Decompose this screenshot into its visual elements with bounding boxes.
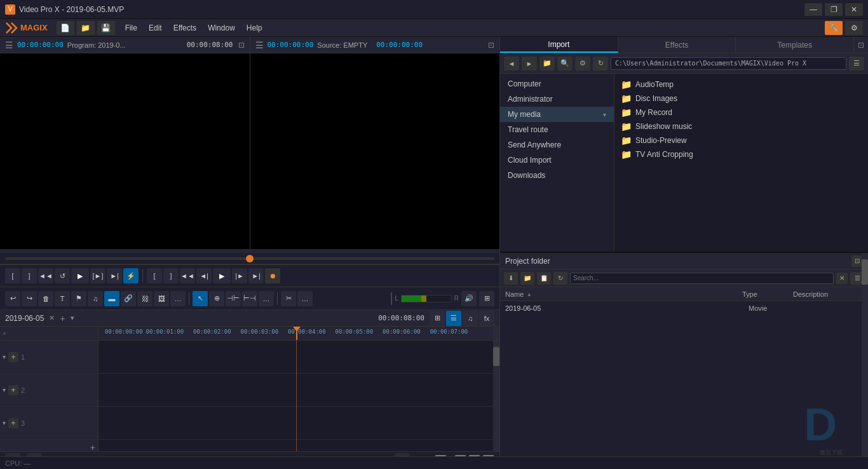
folder-disc-images[interactable]: 📁 Disc Images xyxy=(618,92,864,105)
back-button[interactable]: ◄ xyxy=(504,57,519,71)
track-3-add[interactable]: + xyxy=(8,418,18,428)
timeline-view-button[interactable]: ☰ xyxy=(446,311,461,326)
tab-import[interactable]: Import xyxy=(500,37,618,53)
new-folder-button[interactable]: 📁 xyxy=(539,57,555,71)
menu-file[interactable]: File xyxy=(120,22,142,34)
src-mark-out-button[interactable]: ] xyxy=(163,268,179,283)
src-end-button[interactable]: ►| xyxy=(248,268,264,283)
track-tab-close-icon[interactable]: ✕ xyxy=(49,314,55,322)
track-1-collapse[interactable]: ▾ xyxy=(3,353,6,360)
minimize-button[interactable]: — xyxy=(804,3,822,16)
menu-window[interactable]: Window xyxy=(203,22,240,34)
source-maximize-icon[interactable]: ⊡ xyxy=(488,41,494,50)
project-search-input[interactable] xyxy=(570,273,834,284)
play-range-button[interactable]: [►] xyxy=(90,268,105,283)
undo-button[interactable]: ↩ xyxy=(5,291,20,306)
list-view-button[interactable]: ☰ xyxy=(849,57,864,71)
nav-downloads[interactable]: Downloads xyxy=(500,168,614,183)
select-tool-button[interactable]: ↖ xyxy=(193,291,208,306)
folder-tv-anti-cropping[interactable]: 📁 TV Anti Cropping xyxy=(618,147,864,161)
record-button[interactable]: ⏺ xyxy=(265,268,280,283)
add-track-button[interactable]: + xyxy=(90,442,95,451)
track-tab-dropdown-icon[interactable]: ▾ xyxy=(71,314,74,322)
folder-slideshow[interactable]: 📁 Slideshow music xyxy=(618,119,864,133)
scrubber-bar[interactable] xyxy=(0,253,499,264)
scrubber-track[interactable] xyxy=(5,257,494,260)
more-tools2-button[interactable]: … xyxy=(259,291,274,306)
src-mark-in-button[interactable]: [ xyxy=(147,268,162,283)
mark-out-button[interactable]: ] xyxy=(22,268,37,283)
save-file-button[interactable]: 💾 xyxy=(97,21,115,35)
tab-effects[interactable]: Effects xyxy=(618,37,736,53)
track-2-collapse[interactable]: ▾ xyxy=(3,386,6,393)
src-play-button[interactable]: ▶ xyxy=(213,268,231,283)
nav-travel-route[interactable]: Travel route xyxy=(500,122,614,137)
new-file-button[interactable]: 📄 xyxy=(57,21,74,35)
tab-templates[interactable]: Templates xyxy=(736,37,854,53)
right-panel-close[interactable]: ⊡ xyxy=(854,37,868,53)
mark-in-button[interactable]: [ xyxy=(5,268,20,283)
folder-studio-preview[interactable]: 📁 Studio-Preview xyxy=(618,133,864,147)
next-button[interactable]: ►| xyxy=(107,268,122,283)
track-2-add[interactable]: + xyxy=(8,385,18,395)
src-next-frame-button[interactable]: |► xyxy=(232,268,247,283)
nav-my-media[interactable]: My media ▾ xyxy=(500,107,614,122)
refresh-button[interactable]: ↻ xyxy=(593,57,608,71)
close-button[interactable]: ✕ xyxy=(845,3,863,16)
text-button[interactable]: T xyxy=(55,291,70,306)
play-button[interactable]: ▶ xyxy=(71,268,89,283)
table-row[interactable]: 2019-06-05 Movie xyxy=(500,301,868,315)
wrench-button[interactable]: 🔧 xyxy=(825,21,843,35)
grid-view-button[interactable]: ⊞ xyxy=(430,311,445,326)
folder-audiotemp[interactable]: 📁 AudioTemp xyxy=(618,78,864,92)
src-prev-button[interactable]: ◄| xyxy=(196,268,212,283)
go-start-button[interactable]: ◄◄ xyxy=(38,268,53,283)
folder-my-record[interactable]: 📁 My Record xyxy=(618,105,864,119)
project-search-clear[interactable]: ✕ xyxy=(836,273,848,284)
track-tab-add-icon[interactable]: + xyxy=(60,313,65,323)
project-scrollbar-thumb[interactable] xyxy=(862,259,868,285)
nav-cloud-import[interactable]: Cloud Import xyxy=(500,153,614,168)
track-3-collapse[interactable]: ▾ xyxy=(3,419,6,426)
more-tools-button[interactable]: … xyxy=(170,291,186,306)
settings-button[interactable]: ⚙ xyxy=(845,21,863,35)
tracks-scrollbar-thumb[interactable] xyxy=(493,347,499,366)
maximize-button[interactable]: ❐ xyxy=(825,3,843,16)
trim-tool-button[interactable]: ⊣⊢ xyxy=(226,291,241,306)
path-bar[interactable]: C:\Users\Administrator\Documents\MAGIX\V… xyxy=(611,57,846,70)
nav-administrator[interactable]: Administrator xyxy=(500,92,614,107)
col-type-header[interactable]: Type xyxy=(742,290,793,298)
settings-toolbar-button[interactable]: ⚙ xyxy=(575,57,590,71)
menu-effects[interactable]: Effects xyxy=(168,22,201,34)
program-maximize-icon[interactable]: ⊡ xyxy=(238,41,245,50)
nav-computer[interactable]: Computer xyxy=(500,76,614,92)
marker-button[interactable]: ⚑ xyxy=(71,291,86,306)
loop-button[interactable]: ↺ xyxy=(55,268,70,283)
program-menu-icon[interactable]: ☰ xyxy=(5,40,13,50)
menu-edit[interactable]: Edit xyxy=(144,22,167,34)
lightning-button[interactable]: ⚡ xyxy=(123,268,139,283)
col-desc-header[interactable]: Description xyxy=(793,290,857,298)
delete-button[interactable]: 🗑 xyxy=(38,291,53,306)
fx-view-button[interactable]: fx xyxy=(479,311,494,326)
ruler-area[interactable]: 00:00:00:00 00:00:01:00 00:00:02:00 00:0… xyxy=(98,327,493,340)
unlink-button[interactable]: ⛓ xyxy=(137,291,153,306)
nav-send-anywhere[interactable]: Send Anywhere xyxy=(500,137,614,153)
more-tools3-button[interactable]: … xyxy=(297,291,313,306)
image-button[interactable]: 🖼 xyxy=(154,291,169,306)
link-button[interactable]: 🔗 xyxy=(121,291,136,306)
col-name-header[interactable]: Name ▲ xyxy=(505,290,742,298)
redo-button[interactable]: ↪ xyxy=(22,291,37,306)
track-1-add[interactable]: + xyxy=(8,352,18,362)
razor-button[interactable]: ▬ xyxy=(104,291,119,306)
audio-button[interactable]: ♫ xyxy=(88,291,103,306)
audio-view-button[interactable]: ♫ xyxy=(463,311,478,326)
source-menu-icon[interactable]: ☰ xyxy=(255,40,264,50)
speaker-button[interactable]: 🔊 xyxy=(461,291,477,306)
project-copy-btn[interactable]: 📋 xyxy=(537,272,551,285)
scissors-button[interactable]: ✂ xyxy=(281,291,296,306)
menu-help[interactable]: Help xyxy=(241,22,268,34)
src-go-start-button[interactable]: ◄◄ xyxy=(180,268,195,283)
search-button[interactable]: 🔍 xyxy=(557,57,573,71)
mixer-button[interactable]: ⊞ xyxy=(479,291,494,306)
